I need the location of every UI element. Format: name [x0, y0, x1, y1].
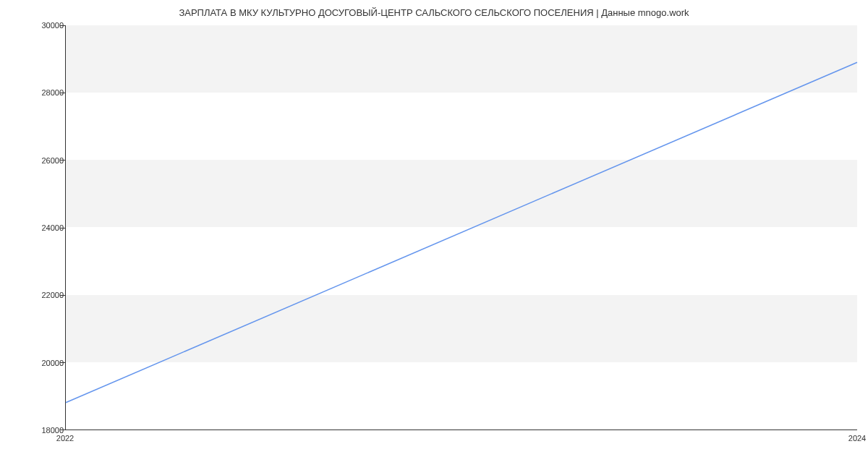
data-line [66, 25, 857, 430]
y-tick-label: 28000 [41, 88, 64, 97]
plot-area [65, 25, 857, 430]
y-tick-label: 26000 [41, 156, 64, 165]
y-tick-label: 20000 [41, 359, 64, 367]
chart-title: ЗАРПЛАТА В МКУ КУЛЬТУРНО ДОСУГОВЫЙ-ЦЕНТР… [0, 7, 868, 18]
y-tick-label: 22000 [41, 291, 64, 299]
svg-line-0 [66, 62, 857, 402]
x-tick-label: 2022 [56, 434, 74, 443]
x-tick-label: 2024 [848, 434, 866, 443]
y-tick-label: 24000 [41, 223, 64, 232]
y-tick-label: 30000 [41, 21, 64, 30]
